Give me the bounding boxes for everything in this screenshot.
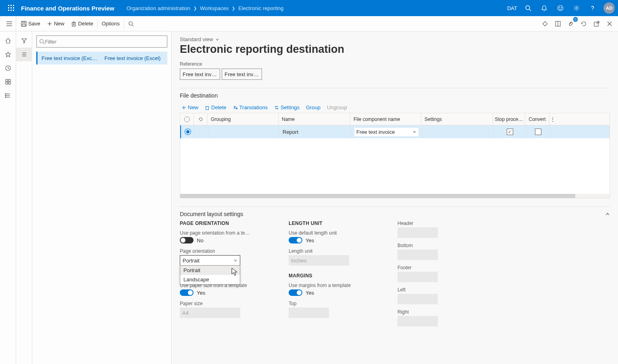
list-item-col1: Free text invoice (Exc… <box>42 55 100 61</box>
page-title: Electronic reporting destination <box>180 43 610 56</box>
delete-label: Delete <box>78 21 94 27</box>
table-row[interactable]: Report Free text invoice <box>180 125 610 138</box>
chevron-down-icon <box>233 258 237 262</box>
more-columns-icon[interactable]: ⋮ <box>549 113 556 125</box>
star-icon[interactable] <box>0 48 16 61</box>
svg-point-11 <box>558 6 563 11</box>
length-unit-heading: LENGTH UNIT <box>289 220 381 226</box>
user-avatar[interactable]: AD <box>603 2 615 14</box>
workspace-icon[interactable] <box>0 75 16 89</box>
grid-translations-button[interactable]: Translations <box>233 104 268 110</box>
svg-point-54 <box>40 40 44 43</box>
search-icon[interactable] <box>521 0 535 16</box>
left-input <box>397 294 438 304</box>
dropdown-option-landscape[interactable]: Landscape <box>180 275 240 284</box>
help-icon[interactable] <box>586 0 599 16</box>
waffle-icon[interactable] <box>3 0 19 16</box>
filter-funnel-icon[interactable] <box>16 34 32 48</box>
bottom-label: Bottom <box>397 243 490 248</box>
breadcrumb-2[interactable]: Electronic reporting <box>238 5 283 11</box>
reference-value-0[interactable]: Free text inv… <box>180 69 220 80</box>
convert-header[interactable]: Convert <box>525 113 549 125</box>
margin-top-label: Top <box>289 301 381 306</box>
footer-label: Footer <box>397 265 490 270</box>
dropdown-option-portrait[interactable]: Portrait <box>180 266 240 275</box>
list-pane: Free text invoice (Exc… Free text invoic… <box>32 31 172 364</box>
svg-rect-1 <box>10 5 12 6</box>
convert-checkbox[interactable] <box>535 129 541 135</box>
svg-point-63 <box>277 108 278 109</box>
use-default-length-toggle[interactable] <box>289 237 302 243</box>
close-icon[interactable] <box>603 18 616 30</box>
collapse-section-icon[interactable] <box>605 212 610 216</box>
refresh-icon[interactable] <box>578 18 590 30</box>
new-button[interactable]: New <box>44 16 68 31</box>
stop-header[interactable]: Stop proce… <box>493 113 525 125</box>
paper-size-label: Paper size <box>180 301 273 306</box>
options-label: Options <box>102 21 120 27</box>
panel-icon[interactable] <box>552 18 564 30</box>
attachment-badge: 0 <box>573 17 578 22</box>
grid-delete-button[interactable]: Delete <box>205 104 227 110</box>
home-icon[interactable] <box>0 34 16 48</box>
component-header[interactable]: File component name <box>350 113 421 125</box>
use-papersize-template-toggle[interactable] <box>180 289 194 296</box>
list-item[interactable]: Free text invoice (Exc… Free text invoic… <box>36 52 167 64</box>
settings-header[interactable]: Settings <box>421 113 493 125</box>
svg-point-14 <box>576 7 577 9</box>
horizontal-scrollbar[interactable] <box>180 194 610 198</box>
grid-new-button[interactable]: New <box>181 104 198 110</box>
diamond-icon[interactable] <box>539 18 551 30</box>
smiley-icon[interactable] <box>553 0 567 16</box>
page-orientation-select[interactable]: Portrait Portrait Landscape <box>180 255 240 266</box>
delete-button[interactable]: Delete <box>68 16 97 31</box>
page-orientation-heading: PAGE ORIENTATION <box>180 220 273 226</box>
breadcrumb-0[interactable]: Organization administration <box>127 5 190 11</box>
modules-icon[interactable] <box>0 89 16 102</box>
bottom-input <box>397 250 438 260</box>
recent-icon[interactable] <box>0 61 16 75</box>
footer-input <box>397 272 438 282</box>
reference-value-1[interactable]: Free text inv… <box>222 69 262 80</box>
use-orientation-template-toggle[interactable] <box>180 237 194 243</box>
bell-icon[interactable] <box>537 0 551 16</box>
refresh-column-header[interactable] <box>194 113 208 125</box>
header-input <box>397 227 438 238</box>
use-margins-template-toggle[interactable] <box>289 289 302 296</box>
view-label: Standard view <box>180 36 213 42</box>
filter-input[interactable] <box>45 39 164 45</box>
save-label: Save <box>28 21 40 27</box>
svg-rect-4 <box>10 7 12 8</box>
name-header[interactable]: Name <box>279 113 350 125</box>
row-component-cell[interactable]: Free text invoice <box>354 128 418 136</box>
breadcrumb-1[interactable]: Workspaces <box>200 5 229 11</box>
row-name-cell[interactable]: Report <box>279 125 351 138</box>
page-orientation-dropdown: Portrait Landscape <box>180 265 240 285</box>
svg-rect-41 <box>8 79 10 81</box>
gear-icon[interactable] <box>570 0 583 16</box>
margin-top-input <box>289 308 329 318</box>
margins-heading: MARGINS <box>289 273 381 279</box>
svg-rect-3 <box>8 7 9 8</box>
save-button[interactable]: Save <box>18 16 44 31</box>
list-item-col2: Free text invoice (Excel) <box>104 55 163 61</box>
grouping-header[interactable]: Grouping <box>208 113 279 125</box>
attachment-icon[interactable]: 0 <box>565 18 577 30</box>
view-selector[interactable]: Standard view <box>180 36 219 42</box>
grid-settings-button[interactable]: Settings <box>274 104 300 110</box>
list-panel-icon[interactable] <box>16 48 32 61</box>
new-label: New <box>54 21 65 27</box>
use-orientation-template-label: Use page orientation from a te… <box>180 230 273 236</box>
popout-icon[interactable] <box>591 18 603 30</box>
svg-rect-21 <box>22 24 25 26</box>
hamburger-icon[interactable] <box>2 16 16 31</box>
search-action-icon[interactable] <box>125 16 137 31</box>
options-button[interactable]: Options <box>98 16 123 31</box>
row-select-icon[interactable] <box>185 129 191 135</box>
grid-group-button[interactable]: Group <box>306 104 320 110</box>
svg-point-29 <box>129 21 133 25</box>
stop-checkbox[interactable] <box>507 129 513 135</box>
svg-marker-38 <box>6 52 10 57</box>
select-all-header[interactable] <box>180 113 194 125</box>
company-code[interactable]: DAT <box>507 5 517 11</box>
